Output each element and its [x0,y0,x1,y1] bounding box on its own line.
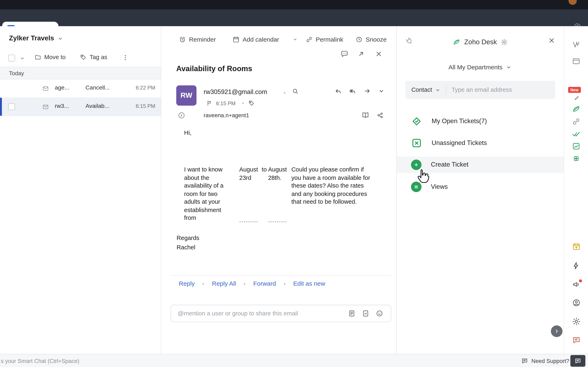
lightning-icon[interactable] [572,261,580,270]
forward-icon[interactable] [364,87,371,95]
sent-time: 6:15 PM [216,100,236,106]
recipient-address[interactable]: raveena.n+agent1 [204,112,249,118]
avatar: RW [176,85,196,106]
department-label: All My Departments [449,63,502,71]
template-doc-icon[interactable] [348,310,355,317]
snooze-button[interactable]: Snooze [355,34,387,44]
pencil-icon[interactable] [574,94,580,102]
reply-icon[interactable] [334,87,342,95]
email-date-from: August 23rd [239,166,265,182]
separator-dot [284,92,285,94]
email-row[interactable]: age... Cancell... 6:22 PM [0,79,161,98]
support-chat-icon [521,358,528,364]
browser-window-icon[interactable] [572,57,580,66]
open-new-window-icon[interactable] [357,50,365,58]
task-check-icon[interactable] [362,310,369,317]
forward-link[interactable]: Forward [253,280,276,287]
email-body-left: I want to know about the availability of… [184,166,233,222]
account-selector[interactable]: Zylker Travels [9,34,63,42]
from-email[interactable]: rw305921@gmail.com [204,88,267,96]
divider [171,275,391,276]
flag-icon[interactable] [206,100,212,106]
links-icon[interactable] [572,117,580,126]
chevron-down-icon [506,64,512,70]
mention-input[interactable] [178,305,339,322]
desk-settings-gear-icon[interactable] [501,38,508,45]
separator-dot [242,103,243,104]
table-dashes: --------- [239,218,259,224]
email-sender: age... [55,84,78,91]
zoho-one-icon[interactable] [572,40,580,49]
email-row-selected[interactable]: rw3... Availab... 6:15 PM [0,98,161,116]
close-desk-panel-icon[interactable] [548,37,555,44]
profile-avatar[interactable] [568,0,577,5]
desk-item-unassigned-tickets[interactable]: Unassigned Tickets [397,135,563,151]
reader-view-book-icon[interactable] [362,111,370,119]
close-email-icon[interactable] [375,50,383,58]
email-subject: Availab... [86,103,130,109]
app-tab-bar: Mail [0,10,588,26]
date-group-label: Today [9,70,24,76]
select-dropdown-caret-icon[interactable] [20,55,25,61]
comments-icon[interactable] [341,50,348,58]
ticket-diamond-icon [411,116,422,127]
mail-list-panel: Zylker Travels Move to Tag as [0,26,161,354]
clock-icon [355,36,363,43]
email-body-right: Could you please confirm if you have a r… [291,166,372,206]
move-to-button[interactable]: Move to [35,54,66,60]
department-selector[interactable]: All My Departments [397,62,563,72]
contact-dropdown[interactable]: Contact [411,86,432,93]
email-checkbox[interactable] [8,103,15,110]
share-icon[interactable] [376,111,384,119]
calendar-icon [233,36,240,43]
desk-item-label: Views [431,183,448,191]
analytics-chart-icon[interactable] [572,142,580,150]
more-options-kebab-icon[interactable] [122,54,129,61]
expand-details-icon[interactable] [178,111,185,119]
mention-comment-box[interactable] [171,305,391,322]
settings-gear-icon[interactable] [572,317,581,326]
calendar-add-icon[interactable] [572,242,581,251]
contact-search-bar: Contact [406,81,555,99]
edit-as-new-link[interactable]: Edit as new [293,280,325,287]
reply-all-icon[interactable] [349,87,356,95]
select-all-checkbox[interactable] [8,55,15,61]
double-check-icon[interactable] [572,130,580,138]
more-actions-chevron-icon[interactable] [378,88,385,94]
email-subject: Cancell... [86,84,130,91]
separator-dot [284,283,285,284]
need-support-button[interactable]: Need Support? [521,354,569,367]
permalink-button[interactable]: Permalink [306,34,343,44]
desk-item-label: My Open Tickets(7) [432,118,487,125]
selected-row-indicator [0,98,2,116]
desk-item-my-open-tickets[interactable]: My Open Tickets(7) [397,113,563,130]
desk-email-input[interactable] [452,81,555,99]
emoji-smiley-icon[interactable] [376,310,383,317]
profile-target-icon[interactable] [572,299,581,307]
apps-clover-icon[interactable] [572,154,580,163]
email-signoff: Regards [177,234,199,242]
link-icon [306,36,313,43]
reply-all-link[interactable]: Reply All [212,280,236,287]
right-app-rail: New [564,26,588,354]
add-calendar-button[interactable]: Add calendar [233,34,279,44]
reminder-button[interactable]: Reminder [179,34,216,44]
email-time: 6:15 PM [136,103,155,109]
account-name: Zylker Travels [9,34,54,42]
envelope-icon [42,104,49,110]
envelope-icon [42,85,49,92]
add-calendar-caret-icon[interactable] [293,37,298,42]
collapse-panel-button[interactable] [551,325,562,337]
table-dashes: --------- [268,218,287,224]
folder-icon [35,54,41,60]
feedback-chat-icon[interactable] [572,336,581,345]
reply-link[interactable]: Reply [179,280,195,287]
chevron-down-icon[interactable] [435,87,441,93]
unassigned-square-icon [411,137,422,149]
label-tag-icon[interactable] [248,100,255,106]
tag-as-button[interactable]: Tag as [80,54,107,60]
chat-launcher-button[interactable] [571,355,585,367]
search-sender-icon[interactable] [292,88,299,95]
zoho-desk-rail-icon[interactable] [572,105,580,113]
new-badge: New [568,87,581,93]
